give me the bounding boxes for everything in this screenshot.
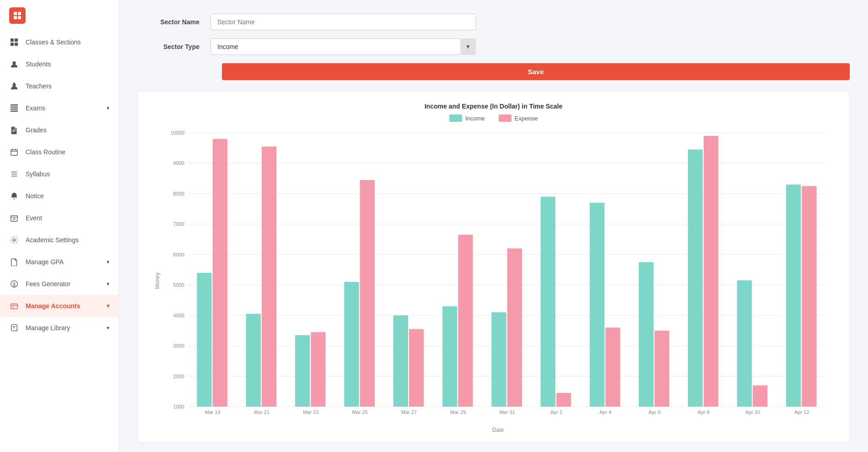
svg-rect-6	[11, 43, 14, 46]
svg-rect-60	[295, 335, 310, 407]
svg-rect-1	[18, 12, 21, 15]
sidebar-item-label-manage-library: Manage Library	[26, 324, 70, 332]
sidebar-item-label-teachers: Teachers	[26, 82, 52, 90]
sidebar-item-syllabus[interactable]: Syllabus	[0, 163, 119, 185]
person-badge-icon	[9, 81, 19, 91]
svg-rect-58	[262, 147, 276, 407]
sidebar-item-notice[interactable]: Notice	[0, 185, 119, 207]
chart-wrap: Money 1000090008000700060005000400030002…	[151, 128, 836, 433]
sidebar-item-event[interactable]: Event	[0, 207, 119, 229]
svg-text:Mar 27: Mar 27	[401, 409, 417, 415]
svg-text:Mar 23: Mar 23	[303, 409, 318, 415]
svg-text:Apr 4: Apr 4	[599, 409, 611, 415]
main-content: Sector Name Sector Type IncomeExpense ▼ …	[119, 0, 868, 452]
svg-rect-7	[15, 43, 18, 46]
svg-text:Mar 21: Mar 21	[254, 409, 270, 415]
svg-rect-12	[11, 106, 18, 108]
svg-text:Mar 19: Mar 19	[205, 409, 221, 415]
sidebar-item-teachers[interactable]: Teachers	[0, 75, 119, 97]
calendar-check-icon	[9, 213, 19, 223]
person-icon	[9, 59, 19, 69]
sector-type-select-wrap: IncomeExpense ▼	[210, 38, 476, 55]
sector-type-label: Sector Type	[137, 43, 210, 50]
sidebar-item-manage-library[interactable]: Manage Library▾	[0, 317, 119, 339]
svg-rect-75	[540, 197, 555, 407]
sector-name-row: Sector Name	[137, 14, 850, 30]
app-logo	[9, 7, 26, 24]
svg-rect-90	[786, 185, 801, 407]
svg-rect-0	[14, 12, 17, 15]
sector-type-row: Sector Type IncomeExpense ▼	[137, 38, 850, 55]
chart-inner: 1000090008000700060005000400030002000100…	[161, 128, 836, 433]
svg-rect-57	[246, 314, 261, 407]
svg-rect-61	[311, 332, 325, 407]
svg-text:5000: 5000	[173, 282, 184, 288]
svg-point-9	[12, 83, 16, 87]
expense-label: Expense	[515, 115, 538, 122]
sector-type-select[interactable]: IncomeExpense	[210, 38, 476, 55]
sidebar-item-classes-sections[interactable]: Classes & Sections	[0, 31, 119, 53]
svg-rect-63	[344, 282, 359, 407]
sector-name-input[interactable]	[210, 14, 476, 30]
svg-rect-91	[802, 186, 816, 407]
svg-rect-69	[442, 306, 457, 407]
svg-rect-87	[737, 280, 752, 407]
svg-rect-70	[458, 235, 473, 407]
svg-rect-73	[507, 248, 522, 407]
svg-text:9000: 9000	[173, 160, 184, 166]
sidebar-item-exams[interactable]: Exams▾	[0, 97, 119, 119]
chevron-down-icon: ▾	[107, 105, 109, 111]
svg-text:Apr 12: Apr 12	[794, 409, 809, 415]
sidebar-item-fees-generator[interactable]: $Fees Generator▾	[0, 273, 119, 295]
svg-text:Mar 31: Mar 31	[499, 409, 515, 415]
sidebar-item-class-routine[interactable]: Class Routine	[0, 141, 119, 163]
svg-point-26	[13, 239, 15, 241]
svg-rect-84	[688, 150, 702, 407]
svg-text:3000: 3000	[173, 343, 184, 349]
chevron-down-icon: ▾	[107, 303, 109, 309]
file-text-icon	[9, 125, 19, 135]
svg-rect-24	[11, 216, 17, 222]
chevron-down-icon: ▾	[107, 281, 109, 287]
calendar-icon	[9, 147, 19, 157]
svg-rect-85	[704, 136, 718, 407]
svg-rect-11	[11, 104, 18, 106]
svg-rect-17	[11, 150, 17, 156]
sidebar-item-label-class-routine: Class Routine	[26, 148, 65, 156]
sidebar-item-manage-gpa[interactable]: Manage GPA▾	[0, 251, 119, 273]
chart-title: Income and Expense (In Dollar) in Time S…	[151, 103, 836, 110]
sidebar-item-academic-settings[interactable]: Academic Settings	[0, 229, 119, 251]
svg-text:Mar 25: Mar 25	[352, 409, 367, 415]
svg-rect-82	[654, 331, 669, 407]
svg-rect-88	[753, 385, 767, 407]
sidebar-item-grades[interactable]: Grades	[0, 119, 119, 141]
sidebar-item-label-classes-sections: Classes & Sections	[26, 38, 81, 46]
account-icon	[9, 301, 19, 311]
file-icon	[9, 257, 19, 267]
svg-rect-79	[605, 327, 620, 407]
grid-icon	[9, 37, 19, 47]
svg-rect-5	[15, 38, 18, 42]
svg-rect-72	[491, 312, 506, 407]
gear-icon	[9, 235, 19, 245]
dollar-icon: $	[9, 279, 19, 289]
legend-income: Income	[449, 114, 485, 122]
sidebar-item-manage-accounts[interactable]: Manage Accounts▾	[0, 295, 119, 317]
list-icon	[9, 169, 19, 179]
svg-text:1000: 1000	[173, 404, 184, 409]
svg-text:2000: 2000	[173, 374, 184, 379]
chart-container: Income and Expense (In Dollar) in Time S…	[137, 91, 850, 443]
sidebar-item-label-grades: Grades	[26, 126, 47, 134]
sidebar-item-students[interactable]: Students	[0, 53, 119, 75]
svg-rect-64	[360, 180, 375, 407]
svg-rect-4	[11, 38, 14, 42]
svg-text:Apr 2: Apr 2	[550, 409, 562, 415]
sidebar-item-label-syllabus: Syllabus	[26, 170, 50, 178]
sidebar-item-label-notice: Notice	[26, 192, 44, 200]
save-button[interactable]: Save	[222, 63, 850, 80]
sidebar: Classes & SectionsStudentsTeachersExams▾…	[0, 0, 119, 452]
svg-text:7000: 7000	[173, 221, 184, 227]
table-icon	[9, 103, 19, 113]
x-axis-label: Date	[161, 427, 836, 433]
bell-icon	[9, 191, 19, 201]
